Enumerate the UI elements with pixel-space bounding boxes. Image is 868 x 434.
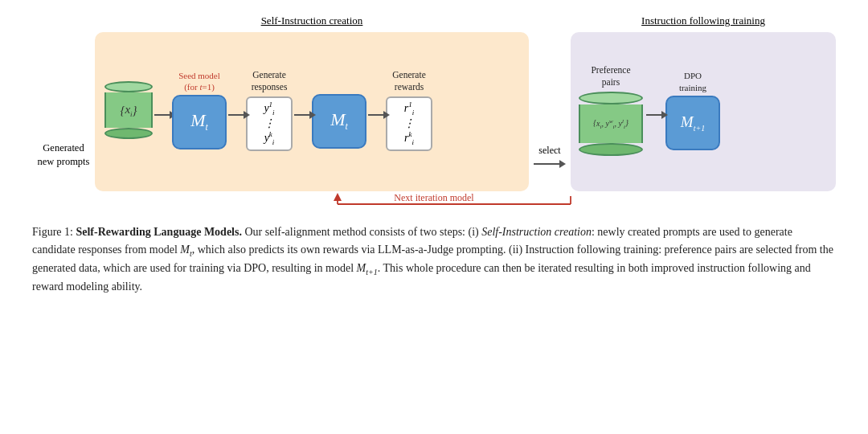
mt-model-block: Mt bbox=[172, 95, 227, 149]
main-container: Generatednew prompts Self-Instruction cr… bbox=[0, 0, 868, 434]
preference-cylinder: {xi, ywi, yli} bbox=[579, 92, 643, 156]
mt-model2-text: Mt bbox=[330, 109, 348, 133]
arrow-5 bbox=[646, 114, 662, 116]
figure-caption: Figure 1: Self-Rewarding Language Models… bbox=[32, 223, 836, 296]
yi-set-wrap: Generateresponses y1i ⋮ yki bbox=[246, 69, 293, 152]
next-iter-area: Next iteration model bbox=[32, 191, 836, 217]
xi-set-wrap: {xi} bbox=[104, 81, 153, 139]
arrow-2 bbox=[228, 114, 244, 116]
xi-cylinder: {xi} bbox=[104, 81, 153, 139]
mt-model-text: Mt bbox=[190, 110, 208, 133]
arrow-4 bbox=[368, 114, 384, 116]
dpo-training-label: DPOtraining bbox=[679, 70, 706, 93]
arrow-3 bbox=[294, 114, 310, 116]
figure-number: Figure 1: bbox=[32, 226, 76, 238]
ri-set-block: r1i ⋮ rki bbox=[386, 96, 432, 151]
instruction-following-label: Instruction following training bbox=[571, 14, 836, 27]
yi-set-block: y1i ⋮ yki bbox=[246, 96, 293, 151]
xi-label: {xi} bbox=[104, 92, 153, 128]
next-iter-label: Next iteration model bbox=[394, 192, 473, 204]
generate-responses-label: Generateresponses bbox=[252, 69, 288, 93]
figure-bold-title: Self-Rewarding Language Models. bbox=[76, 226, 242, 238]
generated-new-prompts-label: Generatednew prompts bbox=[32, 14, 95, 191]
self-instruction-label: Self-Instruction creation bbox=[95, 14, 529, 27]
preference-pairs-wrap: Preferencepairs {xi, ywi, yli} bbox=[579, 64, 643, 157]
seed-model-label: Seed model(for t=1) bbox=[178, 71, 220, 92]
mt1-model-block: Mt+1 bbox=[665, 96, 720, 150]
generate-rewards-label: Generaterewards bbox=[392, 69, 426, 93]
generated-new-prompts-text: Generatednew prompts bbox=[38, 141, 90, 169]
preference-set-label: {xi, ywi, yli} bbox=[579, 104, 643, 143]
ri-set-wrap: Generaterewards r1i ⋮ rki bbox=[386, 69, 432, 152]
mt-model-wrap: Seed model(for t=1) Mt bbox=[172, 71, 227, 149]
mt1-model-text: Mt+1 bbox=[681, 113, 705, 133]
svg-marker-2 bbox=[334, 193, 342, 201]
preference-pairs-label: Preferencepairs bbox=[591, 64, 630, 88]
select-label: select bbox=[538, 145, 560, 157]
mt-model2-wrap: Mt bbox=[312, 72, 366, 149]
select-section: select bbox=[529, 14, 571, 191]
arrow-1 bbox=[154, 114, 170, 116]
dpo-mt1-wrap: DPOtraining Mt+1 bbox=[665, 70, 720, 150]
mt-model2-block: Mt bbox=[312, 94, 366, 149]
